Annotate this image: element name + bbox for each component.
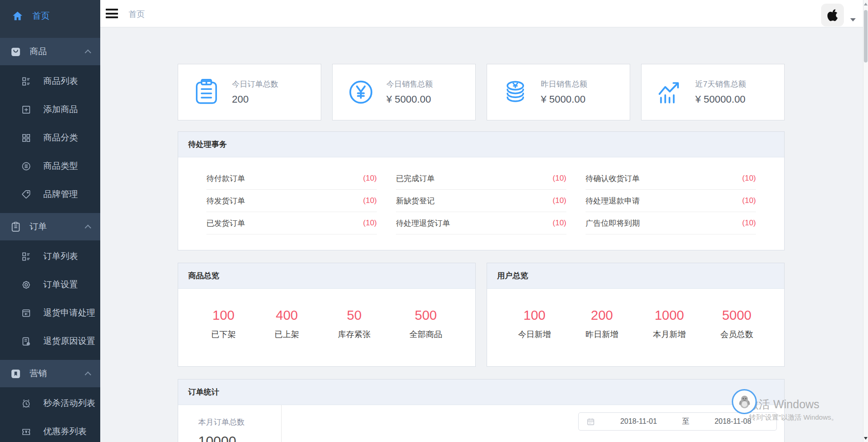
list-icon bbox=[21, 76, 31, 87]
yen-circle-icon bbox=[346, 78, 375, 107]
hamburger-icon[interactable] bbox=[106, 9, 118, 18]
scroll-up-arrow-icon[interactable] bbox=[864, 3, 868, 5]
todo-label: 待确认收货订单 bbox=[586, 173, 640, 184]
chevron-up-icon bbox=[85, 49, 91, 56]
sidebar-item-return-reason[interactable]: 退货原因设置 bbox=[0, 327, 100, 355]
stat-all-products[interactable]: 500全部商品 bbox=[410, 308, 442, 340]
stat-value: 100 bbox=[211, 308, 236, 323]
order-stats-body: 本月订单总数 10000 2018-11-01 至 2018-11-08 bbox=[178, 405, 784, 442]
todo-label: 待处理退货订单 bbox=[396, 218, 450, 229]
card-value: ¥ 5000.00 bbox=[386, 94, 433, 105]
bag-icon bbox=[10, 46, 21, 57]
doc-gear-icon bbox=[21, 336, 31, 347]
todo-count: (10) bbox=[363, 196, 377, 205]
circle-list-icon bbox=[21, 161, 31, 172]
stat-total-members[interactable]: 5000会员总数 bbox=[720, 308, 753, 340]
sidebar-group-products[interactable]: 商品 bbox=[0, 38, 100, 65]
todo-count: (10) bbox=[742, 174, 756, 183]
order-metric-value: 10000 bbox=[198, 433, 281, 442]
sidebar-group-marketing[interactable]: 营销 bbox=[0, 360, 100, 387]
sidebar-item-label: 添加商品 bbox=[43, 104, 78, 115]
card-value: ¥ 50000.00 bbox=[695, 94, 746, 105]
todo-count: (10) bbox=[742, 196, 756, 205]
todo-item[interactable]: 已完成订单(10) bbox=[396, 167, 566, 190]
stat-label: 会员总数 bbox=[720, 329, 753, 340]
panel-title: 待处理事务 bbox=[188, 139, 227, 150]
stat-label: 库存紧张 bbox=[338, 329, 371, 340]
sidebar-item-home[interactable]: 首页 bbox=[0, 0, 100, 32]
card-value: ¥ 5000.00 bbox=[541, 94, 587, 105]
avatar[interactable] bbox=[821, 4, 844, 26]
topbar: 首页 bbox=[100, 0, 868, 27]
todo-item[interactable]: 待发货订单(10) bbox=[206, 190, 377, 212]
sidebar-item-label: 订单设置 bbox=[43, 279, 78, 291]
date-end-input[interactable]: 2018-11-08 bbox=[689, 417, 776, 426]
sidebar-item-label: 退货原因设置 bbox=[43, 335, 95, 347]
stat-new-today[interactable]: 100今日新增 bbox=[518, 308, 551, 340]
list-icon bbox=[21, 251, 31, 262]
todo-item[interactable]: 待处理退款申请(10) bbox=[586, 190, 756, 212]
ticket-icon bbox=[21, 426, 31, 437]
todo-item[interactable]: 新缺货登记(10) bbox=[396, 190, 566, 212]
sidebar-item-product-category[interactable]: 商品分类 bbox=[0, 124, 100, 152]
stat-label: 全部商品 bbox=[410, 329, 442, 340]
sidebar-item-product-list[interactable]: 商品列表 bbox=[0, 67, 100, 95]
sidebar: 首页 商品 商品列表 添加商品 商品分类 商品类型 品牌管理 订单 bbox=[0, 0, 100, 442]
sidebar-item-add-product[interactable]: 添加商品 bbox=[0, 95, 100, 124]
stat-offline[interactable]: 100已下架 bbox=[211, 308, 236, 340]
stat-low-stock[interactable]: 50库存紧张 bbox=[338, 308, 371, 340]
sidebar-item-return-request[interactable]: 退货申请处理 bbox=[0, 299, 100, 327]
stat-value: 50 bbox=[338, 308, 371, 323]
stat-new-yesterday[interactable]: 200昨日新增 bbox=[586, 308, 618, 340]
card-today-orders: 今日订单总数 200 bbox=[178, 64, 321, 120]
stat-value: 500 bbox=[410, 308, 442, 323]
date-range-picker[interactable]: 2018-11-01 至 2018-11-08 bbox=[578, 412, 777, 431]
order-metric-label: 本月订单总数 bbox=[198, 417, 281, 427]
date-separator: 至 bbox=[682, 417, 689, 426]
panel-title: 用户总览 bbox=[497, 270, 528, 281]
todo-count: (10) bbox=[363, 174, 377, 183]
todo-item[interactable]: 广告位即将到期(10) bbox=[586, 212, 756, 234]
order-metric: 本月订单总数 10000 bbox=[178, 405, 282, 442]
sidebar-group-orders[interactable]: 订单 bbox=[0, 213, 100, 240]
grid-icon bbox=[21, 133, 31, 143]
todo-item[interactable]: 待确认收货订单(10) bbox=[586, 167, 756, 190]
todo-label: 新缺货登记 bbox=[396, 196, 435, 206]
card-week-sales: 近7天销售总额 ¥ 50000.00 bbox=[641, 64, 785, 120]
scrollbar-thumb[interactable] bbox=[864, 10, 868, 62]
stat-label: 已上架 bbox=[275, 329, 299, 340]
sidebar-item-coupon-list[interactable]: 优惠券列表 bbox=[0, 417, 100, 442]
todo-count: (10) bbox=[553, 174, 566, 183]
order-stats-panel: 订单统计 本月订单总数 10000 2018-11-01 至 2018-11-0… bbox=[178, 379, 785, 442]
todo-item[interactable]: 已发货订单(10) bbox=[206, 212, 377, 234]
chevron-up-icon bbox=[85, 371, 91, 378]
todo-item[interactable]: 待处理退货订单(10) bbox=[396, 212, 566, 234]
sidebar-item-brand-management[interactable]: 品牌管理 bbox=[0, 180, 100, 208]
todo-label: 待处理退款申请 bbox=[586, 196, 640, 206]
sidebar-item-order-settings[interactable]: 订单设置 bbox=[0, 270, 100, 299]
card-yesterday-sales: 昨日销售总额 ¥ 5000.00 bbox=[487, 64, 630, 120]
tag-icon bbox=[21, 189, 31, 200]
sidebar-item-flash-sale-list[interactable]: 秒杀活动列表 bbox=[0, 389, 100, 417]
sidebar-item-label: 品牌管理 bbox=[43, 188, 78, 200]
order-stats-header: 订单统计 bbox=[178, 380, 784, 405]
qq-penguin-icon[interactable] bbox=[732, 389, 757, 414]
scroll-down-arrow-icon[interactable] bbox=[864, 437, 868, 440]
todo-item[interactable]: 待付款订单(10) bbox=[206, 167, 377, 190]
coin-stack-icon bbox=[501, 78, 530, 107]
stat-label: 今日新增 bbox=[518, 329, 551, 340]
caret-down-icon[interactable] bbox=[850, 18, 856, 21]
todo-label: 已发货订单 bbox=[206, 218, 245, 229]
card-label: 今日订单总数 bbox=[232, 79, 278, 89]
vertical-scrollbar[interactable] bbox=[863, 0, 868, 442]
alarm-icon bbox=[21, 398, 31, 409]
card-label: 今日销售总额 bbox=[386, 79, 433, 89]
sidebar-item-product-type[interactable]: 商品类型 bbox=[0, 152, 100, 180]
todo-count: (10) bbox=[553, 218, 566, 228]
stat-new-month[interactable]: 1000本月新增 bbox=[653, 308, 686, 340]
user-overview-body: 100今日新增 200昨日新增 1000本月新增 5000会员总数 bbox=[487, 289, 784, 340]
home-icon bbox=[12, 10, 23, 22]
sidebar-item-order-list[interactable]: 订单列表 bbox=[0, 242, 100, 270]
date-start-input[interactable]: 2018-11-01 bbox=[595, 417, 682, 426]
stat-online[interactable]: 400已上架 bbox=[275, 308, 299, 340]
